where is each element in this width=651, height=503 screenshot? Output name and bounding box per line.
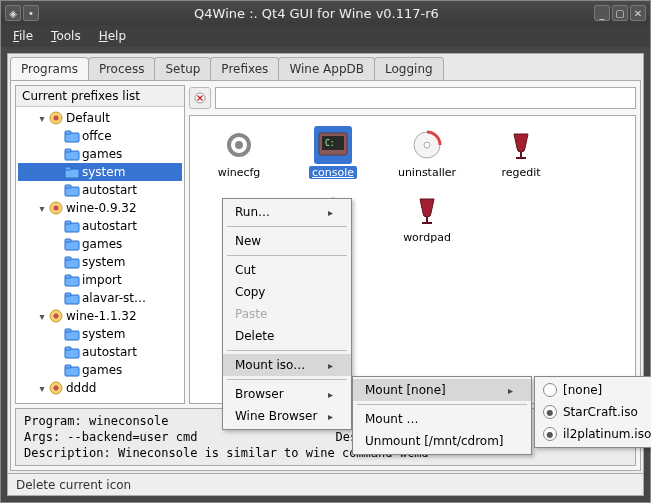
prefix-tree[interactable]: Current prefixes list ▾Defaultoffcegames…	[15, 85, 185, 404]
menubar: File Tools Help	[1, 25, 650, 47]
tree-prefix-wine-1.1.32[interactable]: ▾wine-1.1.32	[18, 307, 182, 325]
ctx-new[interactable]: New	[223, 230, 351, 252]
tree-label: offce	[82, 129, 112, 143]
svg-rect-13	[65, 221, 71, 224]
twisty-icon[interactable]: ▾	[36, 311, 48, 322]
tab-logging[interactable]: Logging	[374, 57, 444, 80]
tree-label: system	[82, 255, 125, 269]
tree-folder-games[interactable]: games	[18, 145, 182, 163]
tree-folder-system[interactable]: system	[18, 325, 182, 343]
prefix-icon	[48, 200, 64, 216]
client-area: Programs Process Setup Prefixes Wine App…	[7, 53, 644, 496]
tree-label: games	[82, 237, 122, 251]
tree-label: dddd	[66, 381, 96, 395]
context-menu: Run…▸ New Cut Copy Paste Delete Mount is…	[222, 198, 352, 430]
folder-icon	[64, 182, 80, 198]
ctx-delete[interactable]: Delete	[223, 325, 351, 347]
tree-folder-offce[interactable]: offce	[18, 127, 182, 145]
svg-rect-27	[65, 347, 71, 350]
ctx-mount-iso[interactable]: Mount iso…▸	[223, 354, 351, 376]
tab-process[interactable]: Process	[88, 57, 156, 80]
tab-programs[interactable]: Programs	[10, 57, 89, 80]
menu-file[interactable]: File	[5, 27, 41, 45]
svg-rect-25	[65, 329, 71, 332]
iso-starcraft[interactable]: ●StarCraft.iso	[535, 401, 651, 423]
folder-icon	[64, 326, 80, 342]
tree-folder-autostart[interactable]: autostart	[18, 343, 182, 361]
tree-label: import	[82, 273, 122, 287]
sticky-button[interactable]: •	[23, 5, 39, 21]
twisty-icon[interactable]: ▾	[36, 383, 48, 394]
folder-icon	[64, 272, 80, 288]
folder-icon	[64, 236, 80, 252]
statusbar: Delete current icon	[8, 473, 643, 495]
svg-point-36	[235, 141, 243, 149]
tabbar: Programs Process Setup Prefixes Wine App…	[8, 54, 643, 80]
ctx-browser[interactable]: Browser▸	[223, 383, 351, 405]
app-icon-uninstaller[interactable]: uninstaller	[388, 126, 466, 179]
twisty-icon[interactable]: ▾	[36, 203, 48, 214]
tree-prefix-default[interactable]: ▾Default	[18, 109, 182, 127]
app-icon-wordpad[interactable]: wordpad	[388, 191, 466, 244]
tree-label: system	[82, 327, 125, 341]
app-icon-console[interactable]: C:console	[294, 126, 372, 179]
app-icon-regedit[interactable]: regedit	[482, 126, 560, 179]
ctx-mount-browse[interactable]: Mount …	[353, 408, 531, 430]
app-icon-label: regedit	[499, 166, 542, 179]
svg-point-1	[54, 116, 59, 121]
window-menu-button[interactable]: ◈	[5, 5, 21, 21]
tree-label: games	[82, 363, 122, 377]
clear-search-button[interactable]	[189, 87, 211, 109]
menu-help[interactable]: Help	[91, 27, 134, 45]
tab-appdb[interactable]: Wine AppDB	[278, 57, 375, 80]
ctx-unmount[interactable]: Unmount [/mnt/cdrom]	[353, 430, 531, 452]
tree-folder-autostart[interactable]: autostart	[18, 217, 182, 235]
ctx-cut[interactable]: Cut	[223, 259, 351, 281]
close-button[interactable]: ✕	[630, 5, 646, 21]
tab-setup[interactable]: Setup	[154, 57, 211, 80]
ctx-copy[interactable]: Copy	[223, 281, 351, 303]
folder-icon	[64, 128, 80, 144]
maximize-button[interactable]: ▢	[612, 5, 628, 21]
info-args: Args: --backend=user cmd	[24, 429, 316, 445]
tree-label: alavar-st…	[82, 291, 146, 305]
svg-point-11	[54, 206, 59, 211]
prefix-icon	[48, 110, 64, 126]
disc-icon	[408, 126, 446, 164]
tree-prefix-wine-0.9.32[interactable]: ▾wine-0.9.32	[18, 199, 182, 217]
console-icon: C:	[314, 126, 352, 164]
tree-folder-games[interactable]: games	[18, 361, 182, 379]
iso-none[interactable]: [none]	[535, 379, 651, 401]
wine-icon	[502, 126, 540, 164]
tree-folder-system[interactable]: system	[18, 163, 182, 181]
iso-il2[interactable]: ●il2platinum.iso	[535, 423, 651, 445]
search-input[interactable]	[215, 87, 636, 109]
ctx-run[interactable]: Run…▸	[223, 201, 351, 223]
tree-folder-autostart[interactable]: autostart	[18, 181, 182, 199]
app-icon-winecfg[interactable]: winecfg	[200, 126, 278, 179]
tree-label: wine-1.1.32	[66, 309, 137, 323]
tree-label: games	[82, 147, 122, 161]
app-icon-label: winecfg	[216, 166, 263, 179]
wine-icon	[408, 191, 446, 229]
tree-folder-alavar-st…[interactable]: alavar-st…	[18, 289, 182, 307]
ctx-paste: Paste	[223, 303, 351, 325]
tree-label: system	[82, 165, 125, 179]
tree-folder-system[interactable]: system	[18, 253, 182, 271]
twisty-icon[interactable]: ▾	[36, 113, 48, 124]
app-window: ◈ • Q4Wine :. Qt4 GUI for Wine v0.117-r6…	[0, 0, 651, 503]
prefix-icon	[48, 380, 64, 396]
svg-rect-19	[65, 275, 71, 278]
ctx-wine-browser[interactable]: Wine Browser▸	[223, 405, 351, 427]
tab-prefixes[interactable]: Prefixes	[210, 57, 279, 80]
app-icon-label: console	[309, 166, 357, 179]
mount-submenu: Mount [none]▸ Mount … Unmount [/mnt/cdro…	[352, 376, 532, 455]
tree-prefix-dddd[interactable]: ▾dddd	[18, 379, 182, 397]
menu-tools[interactable]: Tools	[43, 27, 89, 45]
tree-folder-import[interactable]: import	[18, 271, 182, 289]
minimize-button[interactable]: _	[594, 5, 610, 21]
folder-icon	[64, 344, 80, 360]
ctx-mount-none[interactable]: Mount [none]▸	[353, 379, 531, 401]
tree-folder-games[interactable]: games	[18, 235, 182, 253]
tree-label: autostart	[82, 345, 137, 359]
